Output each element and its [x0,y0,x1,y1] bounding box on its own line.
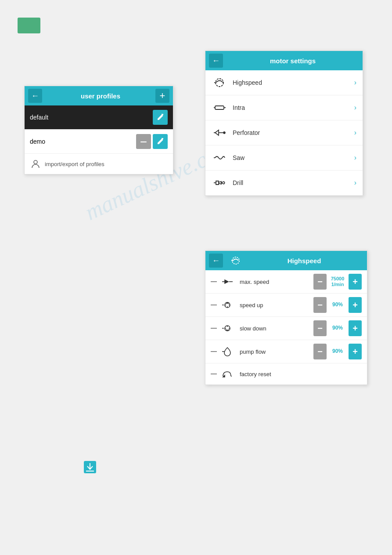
setting-row-slow-down: slow down − 90% + [205,317,367,340]
highspeed-title: Highspeed [245,257,363,265]
motor-settings-title: motor settings [227,57,359,65]
max-speed-value: 75000 1/min [328,275,347,288]
svg-line-14 [224,183,225,184]
motor-name-highspeed: Highspeed [233,79,354,86]
speed-up-plus-button[interactable]: + [349,297,362,313]
chevron-highspeed: › [354,79,356,87]
top-green-rectangle [18,18,40,33]
slow-down-plus-button[interactable]: + [349,320,362,336]
factory-reset-label: factory reset [240,371,271,377]
slow-down-value: 90% [328,324,347,333]
chevron-drill: › [354,179,356,187]
svg-rect-4 [215,106,224,109]
pump-flow-minus-button[interactable]: − [313,344,327,359]
highspeed-header-icon [230,255,241,266]
slow-down-icon [219,323,235,333]
setting-row-max-speed: max. speed − 75000 1/min + [205,270,367,294]
speed-up-icon [219,300,235,310]
pump-flow-icon [219,346,235,357]
user-profiles-panel: ← user profiles + default demo [24,86,173,174]
pump-flow-value: 90% [328,347,347,356]
profile-row-default[interactable]: default [25,105,173,130]
chevron-intra: › [354,104,356,112]
perforator-icon [212,125,227,141]
highspeed-header: ← Highspeed [205,251,367,270]
motor-name-perforator: Perforator [233,129,354,136]
slow-down-controls: − 90% + [313,320,362,336]
saw-icon [212,150,227,166]
slow-down-minus-button[interactable]: − [313,320,327,336]
dash-max-speed [211,281,217,282]
motor-name-drill: Drill [233,179,354,186]
svg-point-2 [216,79,223,87]
highspeed-icon [212,75,227,91]
setting-label-pump-flow: pump flow [240,348,313,355]
motor-item-drill[interactable]: Drill › [205,170,363,196]
pump-flow-plus-button[interactable]: + [349,344,362,359]
profile-row-demo[interactable]: demo [25,130,173,154]
motor-settings-back-button[interactable]: ← [209,54,223,68]
profile-demo-actions [136,134,168,149]
motor-settings-header: ← motor settings [205,51,363,70]
setting-label-slow-down: slow down [240,325,313,332]
import-export-row[interactable]: import/export of profiles [25,154,173,174]
svg-rect-0 [140,141,147,142]
setting-label-speed-up: speed up [240,302,313,308]
motor-item-highspeed[interactable]: Highspeed › [205,70,363,95]
chevron-saw: › [354,154,356,162]
profile-default-edit-button[interactable] [153,110,168,125]
max-speed-plus-button[interactable]: + [349,274,362,290]
drill-icon [212,175,227,191]
max-speed-controls: − 75000 1/min + [313,274,362,290]
dash-slow-down [211,328,217,329]
motor-item-perforator[interactable]: Perforator › [205,120,363,145]
profile-demo-delete-button[interactable] [136,134,151,149]
max-speed-icon [219,277,235,286]
download-icon-area[interactable] [83,461,97,474]
setting-row-speed-up: speed up − 90% + [205,294,367,317]
user-profiles-add-button[interactable]: + [155,89,169,103]
profile-name-demo: demo [30,138,136,145]
svg-point-1 [34,160,37,164]
dash-factory-reset [211,374,217,374]
dash-speed-up [211,305,217,305]
highspeed-back-button[interactable]: ← [209,254,223,268]
chevron-perforator: › [354,129,356,137]
speed-up-minus-button[interactable]: − [313,297,327,313]
setting-label-max-speed: max. speed [240,279,313,285]
svg-point-8 [223,132,225,134]
setting-row-pump-flow: pump flow − 90% + [205,340,367,363]
svg-line-13 [224,181,225,183]
user-profiles-back-button[interactable]: ← [28,89,42,103]
motor-name-saw: Saw [233,154,354,161]
profile-name-default: default [30,114,153,121]
svg-marker-19 [225,280,228,283]
motor-item-saw[interactable]: Saw › [205,145,363,170]
speed-up-controls: − 90% + [313,297,362,313]
factory-reset-row[interactable]: factory reset [205,363,367,385]
highspeed-settings-panel: ← Highspeed max. speed − 75000 1/min + [205,250,367,385]
profile-demo-edit-button[interactable] [153,134,168,149]
max-speed-minus-button[interactable]: − [313,274,327,290]
pump-flow-controls: − 90% + [313,344,362,359]
motor-name-intra: Intra [233,104,354,111]
speed-up-value: 90% [328,301,347,309]
user-profiles-header: ← user profiles + [25,86,173,105]
factory-reset-icon [219,369,235,379]
user-profiles-title: user profiles [46,92,155,100]
profile-default-actions [153,110,168,125]
user-icon [31,159,40,169]
motor-settings-panel: ← motor settings Highspeed › Intra › [205,51,363,196]
intra-icon [212,100,227,116]
import-export-label: import/export of profiles [45,161,104,167]
dash-pump-flow [211,351,217,352]
motor-item-intra[interactable]: Intra › [205,95,363,120]
